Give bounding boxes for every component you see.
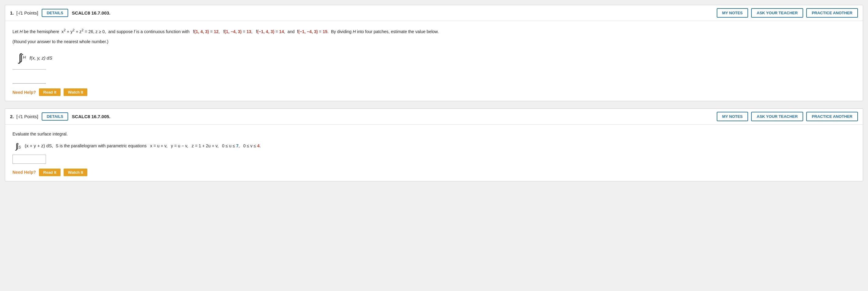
problem-1-answer-line	[12, 69, 46, 70]
problem-1-card: 1. [-/1 Points] DETAILS SCALC8 16.7.003.…	[5, 5, 863, 101]
problem-1-subtext: (Round your answer to the nearest whole …	[12, 38, 856, 45]
problem-2-body: Evaluate the surface integral. ∫∫S (x + …	[5, 124, 863, 181]
problem-2-number: 2. [-/1 Points]	[10, 114, 38, 119]
problem-1-body: Let H be the hemisphere x2 + y2 + z2 = 2…	[5, 21, 863, 101]
problem-1-my-notes-button[interactable]: MY NOTES	[717, 8, 748, 17]
problem-2-need-help-label: Need Help?	[12, 170, 36, 175]
problem-2-read-it-button[interactable]: Read It	[39, 169, 61, 176]
problem-1-text: Let H be the hemisphere x2 + y2 + z2 = 2…	[12, 27, 856, 35]
problem-1-read-it-button[interactable]: Read It	[39, 88, 61, 96]
problem-2-practice-button[interactable]: PRACTICE ANOTHER	[806, 112, 858, 121]
problem-1-actions: MY NOTES ASK YOUR TEACHER PRACTICE ANOTH…	[717, 8, 858, 17]
problem-1-watch-it-button[interactable]: Watch It	[64, 88, 87, 96]
problem-2-answer-wrapper	[12, 155, 856, 164]
integral-symbol-2: ∫	[21, 53, 23, 62]
problem-2-ask-teacher-button[interactable]: ASK YOUR TEACHER	[751, 112, 803, 121]
problem-1-answer-input[interactable]	[12, 74, 46, 83]
problem-2-header: 2. [-/1 Points] DETAILS SCALC8 16.7.005.…	[5, 109, 863, 124]
problem-2-details-button[interactable]: DETAILS	[42, 112, 68, 120]
problem-1-need-help-row: Need Help? Read It Watch It	[12, 88, 856, 96]
problem-2-code: SCALC8 16.7.005.	[72, 114, 717, 119]
problem-1-need-help-label: Need Help?	[12, 90, 36, 95]
problem-1-practice-button[interactable]: PRACTICE ANOTHER	[806, 8, 858, 17]
problem-2-text: Evaluate the surface integral.	[12, 131, 856, 138]
problem-1-ask-teacher-button[interactable]: ASK YOUR TEACHER	[751, 8, 803, 17]
problem-2-need-help-row: Need Help? Read It Watch It	[12, 169, 856, 176]
integral-sub-H: H	[23, 55, 26, 61]
problem-2-integral-block: ∫∫S (x + y + z) dS, S is the parallelogr…	[16, 142, 856, 151]
problem-1-details-button[interactable]: DETAILS	[42, 9, 68, 17]
problem-2-actions: MY NOTES ASK YOUR TEACHER PRACTICE ANOTH…	[717, 112, 858, 121]
problem-1-integral: ∫ ∫ H f(x, y, z) dS	[19, 52, 52, 63]
problem-2-card: 2. [-/1 Points] DETAILS SCALC8 16.7.005.…	[5, 108, 863, 181]
problem-2-watch-it-button[interactable]: Watch It	[64, 169, 87, 176]
problem-2-answer-input[interactable]	[12, 155, 46, 164]
problem-2-my-notes-button[interactable]: MY NOTES	[717, 112, 748, 121]
problem-1-code: SCALC8 16.7.003.	[72, 10, 717, 15]
problem-1-number: 1. [-/1 Points]	[10, 10, 38, 15]
problem-1-header: 1. [-/1 Points] DETAILS SCALC8 16.7.003.…	[5, 5, 863, 21]
integral-expr-1: f(x, y, z) dS	[30, 55, 52, 61]
